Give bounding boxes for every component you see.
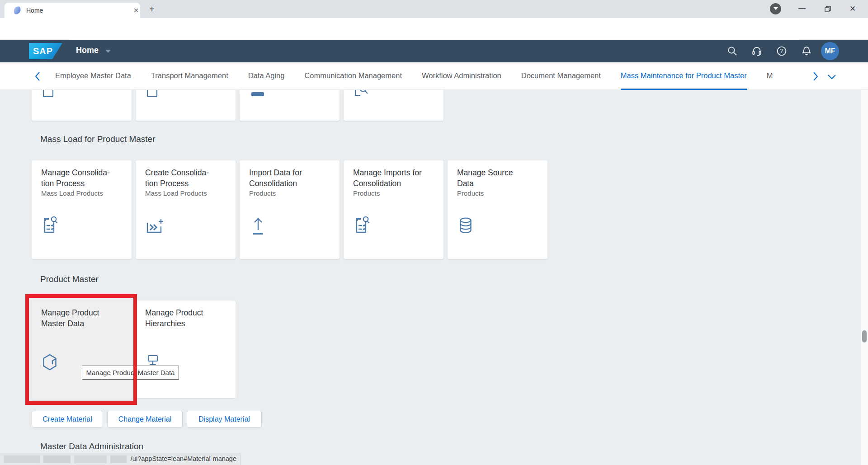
browser-tab-home[interactable]: Home ✕	[5, 3, 140, 18]
tile-manage-source-data[interactable]: Manage Source Data Products	[448, 160, 547, 259]
upload-icon	[249, 216, 268, 235]
tile-create-consolidation-process[interactable]: Create Consolida- tion Process Mass Load…	[136, 160, 236, 259]
section-title-master-data-admin: Master Data Administration	[40, 442, 143, 451]
tile-manage-imports-for-consolidation[interactable]: Manage Imports for Consolidation Product…	[344, 160, 443, 259]
expand-chevron-down-icon[interactable]	[827, 74, 836, 80]
notifications-bell-icon[interactable]	[801, 46, 812, 56]
tile-manage-consolidation-process[interactable]: Manage Consolida- tion Process Mass Load…	[32, 160, 132, 259]
new-tab-button[interactable]: +	[146, 4, 157, 14]
annotation-red-box	[25, 294, 137, 405]
tile-partial-3[interactable]	[240, 90, 340, 121]
tile-partial-2[interactable]	[136, 90, 236, 121]
partial-tile-icon	[146, 90, 158, 98]
database-icon	[457, 216, 475, 235]
sap-shell-header: SAP Home ? MF	[0, 40, 868, 62]
window-close-button[interactable]: ✕	[847, 4, 858, 14]
status-redaction-blur	[74, 456, 107, 463]
shell-title-caret-icon[interactable]	[105, 50, 111, 53]
create-material-button[interactable]: Create Material	[32, 411, 103, 427]
tile-subtitle: Products	[249, 189, 331, 197]
partial-tile-icon	[354, 90, 369, 99]
nav-tab-transport-management[interactable]: Transport Management	[151, 62, 228, 90]
tile-partial-4[interactable]	[344, 90, 443, 121]
tile-title: Manage Source Data	[457, 167, 539, 189]
help-icon[interactable]: ?	[776, 46, 787, 56]
browser-status-bar: /ui?appState=lean#Material-manage	[0, 453, 241, 465]
headset-support-icon[interactable]	[751, 46, 762, 56]
status-redaction-blur	[43, 456, 71, 463]
partial-tile-icon	[251, 92, 265, 98]
tile-title: Manage Product Hierarchies	[145, 307, 227, 329]
browser-tab-bar: Home ✕ + — ✕	[0, 0, 868, 18]
status-link-text: /ui?appState=lean#Material-manage	[131, 455, 236, 462]
launchpad-content: Mass Load for Product Master Manage Cons…	[0, 90, 868, 465]
shell-title[interactable]: Home	[76, 46, 99, 55]
tile-subtitle: Products	[457, 189, 539, 197]
tile-subtitle: Mass Load Products	[41, 189, 123, 197]
section-title-product-master: Product Master	[40, 274, 99, 284]
sap-logo[interactable]: SAP	[29, 43, 62, 59]
tab-close-icon[interactable]: ✕	[132, 6, 140, 14]
tile-title: Create Consolida- tion Process	[145, 167, 227, 189]
tile-subtitle: Mass Load Products	[145, 189, 227, 197]
tile-subtitle: Products	[353, 189, 435, 197]
document-checklist-search-icon	[41, 216, 60, 235]
browser-toolbar: /ui#Shell-home ☆ ⋮	[0, 18, 868, 40]
tab-title: Home	[26, 7, 43, 14]
tile-import-data-for-consolidation[interactable]: Import Data for Consolidation Products	[240, 160, 340, 259]
svg-text:?: ?	[780, 48, 783, 54]
batch-create-icon	[145, 217, 165, 235]
change-material-button[interactable]: Change Material	[107, 411, 183, 427]
scroll-left-chevron-icon[interactable]	[34, 71, 41, 81]
status-redaction-blur	[110, 456, 127, 463]
scrollbar-track[interactable]	[861, 90, 868, 465]
tile-manage-product-hierarchies[interactable]: Manage Product Hierarchies	[136, 301, 236, 398]
document-checklist-search-icon	[353, 216, 372, 235]
tile-title: Manage Imports for Consolidation	[353, 167, 435, 189]
scroll-right-chevron-icon[interactable]	[812, 71, 819, 81]
tile-title: Manage Consolida- tion Process	[41, 167, 123, 189]
nav-tab-mass-maintenance-product-master[interactable]: Mass Maintenance for Product Master	[621, 62, 747, 90]
sap-favicon-icon	[13, 6, 22, 15]
nav-tab-employee-master-data[interactable]: Employee Master Data	[55, 62, 131, 90]
nav-tab-truncated[interactable]: M	[767, 62, 773, 90]
partial-tile-icon	[42, 90, 54, 98]
nav-tab-data-aging[interactable]: Data Aging	[248, 62, 285, 90]
nav-tab-communication-management[interactable]: Communication Management	[304, 62, 402, 90]
tile-partial-1[interactable]	[32, 90, 132, 121]
anchor-navigation-bar: Employee Master Data Transport Managemen…	[0, 62, 868, 90]
search-icon[interactable]	[727, 46, 738, 56]
chrome-status-circle-icon[interactable]	[770, 3, 781, 14]
display-material-button[interactable]: Display Material	[187, 411, 262, 427]
scrollbar-thumb[interactable]	[862, 330, 867, 343]
window-minimize-button[interactable]: —	[797, 4, 807, 14]
tile-title: Import Data for Consolidation	[249, 167, 331, 189]
user-avatar[interactable]: MF	[821, 42, 839, 60]
section-title-mass-load: Mass Load for Product Master	[40, 134, 156, 144]
nav-tab-document-management[interactable]: Document Management	[521, 62, 601, 90]
status-redaction-blur	[4, 456, 40, 463]
window-restore-button[interactable]	[822, 4, 833, 14]
nav-tab-workflow-administration[interactable]: Workflow Administration	[422, 62, 501, 90]
